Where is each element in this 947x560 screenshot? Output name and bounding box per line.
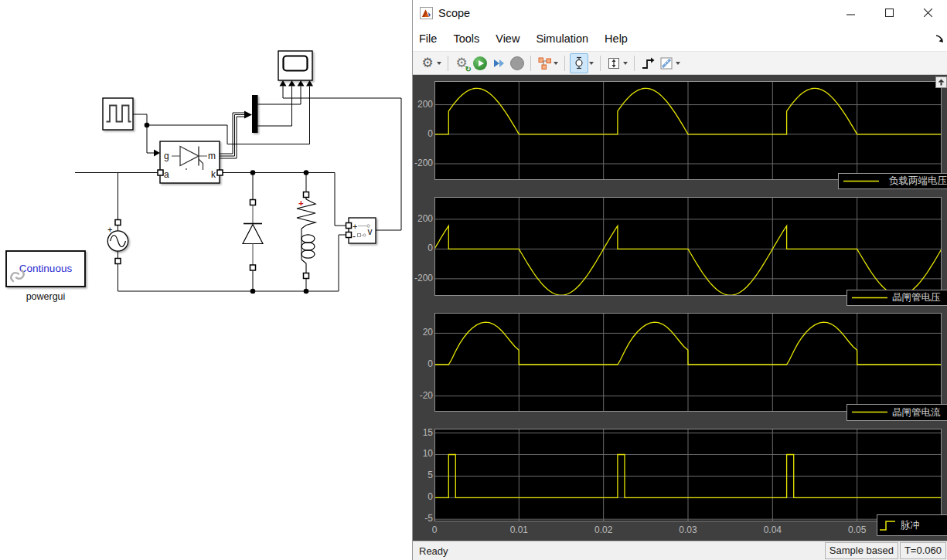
legend-step-sample <box>877 515 901 535</box>
scale-axes-dropdown-caret[interactable] <box>623 62 628 65</box>
y-tick-label: 0 <box>414 128 433 139</box>
plot-pulse[interactable] <box>434 429 942 521</box>
arrow-up-icon <box>938 79 945 86</box>
block-pulse-generator[interactable] <box>103 98 133 130</box>
source-plus-label: + <box>107 225 112 234</box>
vm-out-label: v <box>368 226 373 237</box>
port-label-k: k <box>211 169 216 180</box>
legend-line-sample <box>839 173 889 189</box>
toolbar-separator <box>600 56 601 71</box>
scope-titlebar[interactable]: Scope <box>413 0 947 25</box>
x-tick-label: 0.04 <box>755 524 789 535</box>
maximize-icon <box>885 8 894 17</box>
menu-tools[interactable]: Tools <box>453 32 479 45</box>
minimize-icon <box>847 8 855 17</box>
vm-plus-label: + <box>353 222 357 231</box>
configuration-dropdown-caret[interactable] <box>437 62 441 65</box>
close-button[interactable] <box>908 0 947 25</box>
refresh-arrow-icon: ↻ <box>465 65 472 73</box>
menu-view[interactable]: View <box>496 32 519 45</box>
x-tick-label: 0.03 <box>671 524 705 535</box>
legend-line-sample <box>847 290 892 306</box>
y-tick-label: -20 <box>414 390 433 401</box>
toolbar-separator <box>564 56 565 71</box>
vm-minus-label: - <box>353 231 356 242</box>
toolbar-pin-button[interactable] <box>935 76 947 88</box>
scope-display-area: 负载两端电压 晶闸管电压 晶闸管电流 脉冲 2000-2002000-20020… <box>413 75 947 541</box>
highlight-block-button[interactable]: ⚙ ↻ <box>453 54 470 73</box>
stop-button[interactable] <box>509 54 526 73</box>
status-sim-time: T=0.060 <box>900 542 946 559</box>
block-ac-source[interactable]: + <box>107 220 128 264</box>
configuration-properties-button[interactable]: ⚙ <box>419 54 436 73</box>
toolbar-separator <box>530 56 531 71</box>
step-forward-icon <box>492 56 506 70</box>
step-forward-button[interactable] <box>490 54 507 73</box>
y-tick-label: 0 <box>414 358 433 369</box>
port-label-g: g <box>164 151 169 161</box>
span-vertical-icon <box>607 56 621 70</box>
y-tick-label: 15 <box>414 427 433 438</box>
plot-load-voltage[interactable] <box>434 81 942 180</box>
block-thyristor[interactable]: g m a k <box>158 141 223 183</box>
plot-thyristor-voltage[interactable] <box>434 197 942 296</box>
x-tick-label: 0.01 <box>502 524 536 535</box>
measurements-button[interactable] <box>658 54 675 73</box>
cursor-tool-dropdown-caret[interactable] <box>589 62 594 65</box>
y-tick-label: 0 <box>414 491 433 502</box>
block-demux[interactable] <box>252 95 258 133</box>
block-diode[interactable] <box>243 200 263 271</box>
measurements-dropdown-caret[interactable] <box>676 62 680 65</box>
scope-toolbar: ⚙ ⚙ ↻ <box>413 51 947 75</box>
port-label-a: a <box>164 169 169 180</box>
diode-icon <box>243 225 263 244</box>
flowchart-icon <box>537 56 552 70</box>
maximize-button[interactable] <box>870 0 908 25</box>
trigger-icon <box>641 56 656 70</box>
cursor-tool-button-selected[interactable] <box>570 53 588 73</box>
simulink-model-panel: g m a k + + <box>0 0 412 560</box>
trigger-button[interactable] <box>639 54 656 73</box>
plot-thyristor-current[interactable] <box>434 313 942 412</box>
y-tick-label: -200 <box>414 158 433 168</box>
legend-pulse[interactable]: 脉冲 <box>877 514 947 536</box>
measurement-bus-wire[interactable] <box>220 111 252 159</box>
block-rl-branch[interactable]: + <box>297 192 315 279</box>
inductor-icon <box>301 235 315 258</box>
x-tick-label: 0.05 <box>840 524 874 535</box>
powergui-mode: Continuous <box>19 263 73 274</box>
dock-arrow-icon[interactable] <box>935 32 944 46</box>
toolbar-separator <box>634 56 635 71</box>
y-tick-label: 0 <box>414 243 433 253</box>
y-tick-label: 200 <box>414 99 433 110</box>
legend-label: 负载两端电压 <box>889 175 947 188</box>
legend-load-voltage[interactable]: 负载两端电压 <box>838 173 947 189</box>
block-voltage-measurement[interactable]: + - v <box>346 218 376 243</box>
menu-help[interactable]: Help <box>605 32 628 45</box>
menu-simulation[interactable]: Simulation <box>536 32 588 45</box>
block-scope[interactable] <box>278 51 313 87</box>
scope-screen-icon <box>284 56 308 71</box>
y-tick-label: 20 <box>414 327 433 338</box>
legend-line-sample <box>847 404 892 421</box>
legend-thyristor-current[interactable]: 晶闸管电流 <box>847 404 947 421</box>
scope-window: Scope File Tools View Simulation Help <box>412 0 947 560</box>
window-title: Scope <box>438 7 470 19</box>
model-diagram: g m a k + + <box>0 0 412 560</box>
y-tick-label: -5 <box>414 513 433 524</box>
scale-axes-button[interactable] <box>605 54 622 73</box>
legend-thyristor-voltage[interactable]: 晶闸管电压 <box>847 290 947 306</box>
minimize-button[interactable] <box>831 0 870 25</box>
run-button[interactable] <box>472 54 489 73</box>
x-tick-label: 0.02 <box>587 524 621 535</box>
scope-app-icon <box>420 7 433 19</box>
y-tick-label: 5 <box>414 470 433 480</box>
layout-dropdown-caret[interactable] <box>554 62 558 65</box>
legend-label: 晶闸管电流 <box>892 406 941 419</box>
powergui-label: powergui <box>26 291 66 302</box>
run-icon <box>473 56 487 70</box>
cursor-measure-icon <box>572 56 586 70</box>
block-powergui[interactable]: Continuous powergui <box>6 251 85 302</box>
layout-button[interactable] <box>536 54 553 73</box>
menu-file[interactable]: File <box>419 32 437 45</box>
